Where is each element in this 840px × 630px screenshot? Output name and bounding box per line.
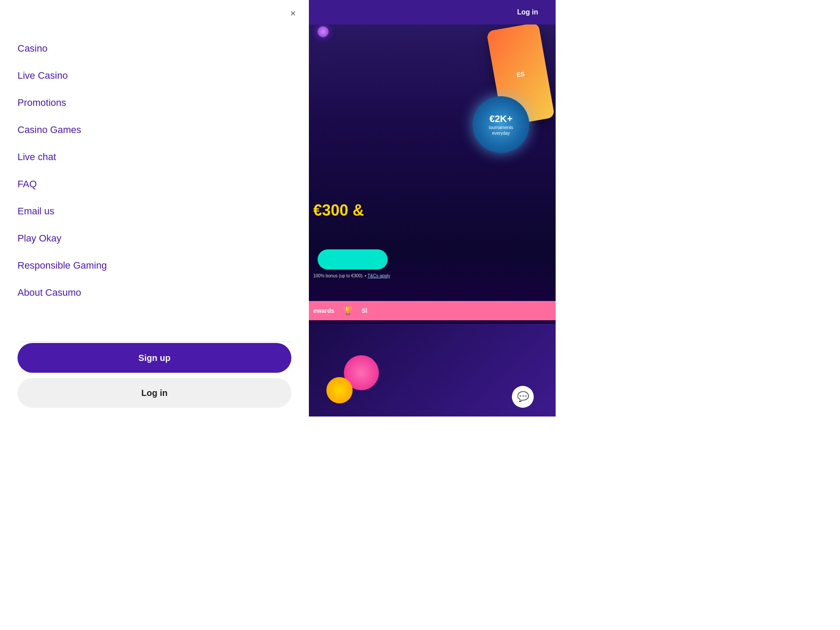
nav-item-casino-games[interactable]: Casino Games bbox=[18, 116, 291, 144]
close-menu-button[interactable]: × bbox=[290, 8, 296, 19]
menu-divider bbox=[18, 342, 291, 342]
chat-icon[interactable]: 💬 bbox=[512, 386, 534, 408]
nav-item-responsible-gaming[interactable]: Responsible Gaming bbox=[18, 252, 291, 279]
bottom-nav-bar: ewards 🏆 Sl bbox=[309, 301, 556, 320]
bonus-text: €300 & bbox=[313, 201, 364, 220]
slots-label: Sl bbox=[361, 307, 367, 314]
cta-area bbox=[318, 249, 547, 271]
nav-item-about-casumo[interactable]: About Casumo bbox=[18, 279, 291, 306]
nav-item-play-okay[interactable]: Play Okay bbox=[18, 225, 291, 252]
trophy-icon: 🏆 bbox=[343, 306, 353, 315]
navigation-menu: Casino Live Casino Promotions Casino Gam… bbox=[0, 35, 309, 306]
nav-item-live-casino[interactable]: Live Casino bbox=[18, 62, 291, 89]
header-login-button[interactable]: Log in bbox=[517, 8, 538, 16]
nav-item-faq[interactable]: FAQ bbox=[18, 171, 291, 198]
tournament-amount: €2K+ bbox=[489, 113, 512, 125]
header-bar: Log in bbox=[309, 0, 556, 24]
casino-background: ES €2K+ tournamentseveryday €300 & 100% … bbox=[309, 0, 556, 416]
nav-item-email-us[interactable]: Email us bbox=[18, 198, 291, 225]
tournament-circle: €2K+ tournamentseveryday bbox=[472, 96, 529, 153]
rewards-label: ewards bbox=[313, 307, 334, 314]
candy-yellow bbox=[326, 377, 353, 403]
game-preview-area: 💬 bbox=[309, 324, 556, 416]
nav-item-live-chat[interactable]: Live chat bbox=[18, 144, 291, 171]
menu-overlay: × Casino Live Casino Promotions Casino G… bbox=[0, 0, 309, 416]
small-print: 100% bonus (up to €300). • T&Cs apply bbox=[313, 273, 390, 278]
nav-item-casino[interactable]: Casino bbox=[18, 35, 291, 62]
purple-orb-decoration bbox=[318, 26, 329, 37]
cta-button[interactable] bbox=[318, 249, 388, 270]
tournament-text: tournamentseveryday bbox=[489, 125, 513, 136]
login-button[interactable]: Log in bbox=[18, 378, 291, 408]
signup-button[interactable]: Sign up bbox=[18, 343, 291, 373]
nav-item-promotions[interactable]: Promotions bbox=[18, 89, 291, 116]
tc-link[interactable]: T&Cs apply bbox=[368, 273, 390, 278]
